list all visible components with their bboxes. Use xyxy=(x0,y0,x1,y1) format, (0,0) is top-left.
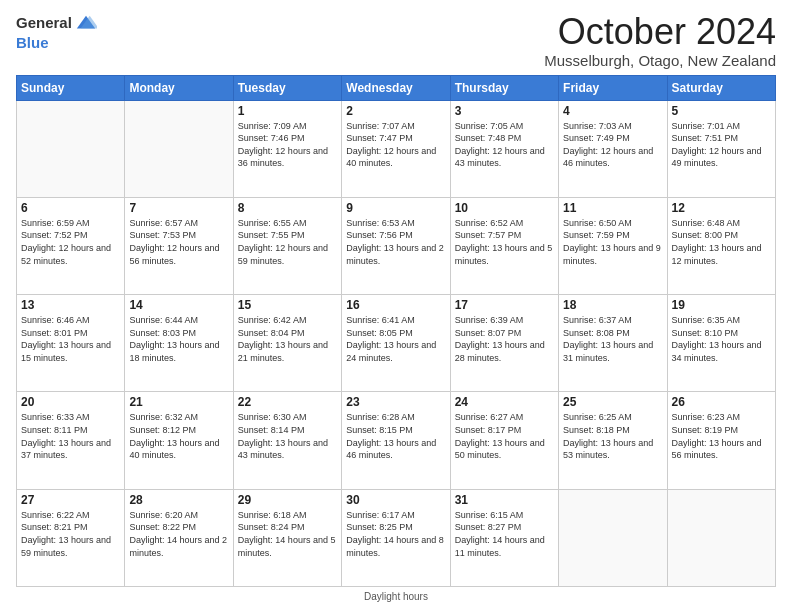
day-number: 4 xyxy=(563,104,662,118)
day-info: Sunrise: 6:27 AMSunset: 8:17 PMDaylight:… xyxy=(455,411,554,461)
logo-blue: Blue xyxy=(16,34,49,51)
day-number: 14 xyxy=(129,298,228,312)
day-info: Sunrise: 6:44 AMSunset: 8:03 PMDaylight:… xyxy=(129,314,228,364)
day-info: Sunrise: 6:57 AMSunset: 7:53 PMDaylight:… xyxy=(129,217,228,267)
day-number: 25 xyxy=(563,395,662,409)
day-number: 11 xyxy=(563,201,662,215)
calendar-cell: 21Sunrise: 6:32 AMSunset: 8:12 PMDayligh… xyxy=(125,392,233,489)
day-number: 6 xyxy=(21,201,120,215)
calendar-header-row: SundayMondayTuesdayWednesdayThursdayFrid… xyxy=(17,75,776,100)
day-info: Sunrise: 6:37 AMSunset: 8:08 PMDaylight:… xyxy=(563,314,662,364)
calendar-week-4: 20Sunrise: 6:33 AMSunset: 8:11 PMDayligh… xyxy=(17,392,776,489)
day-info: Sunrise: 7:09 AMSunset: 7:46 PMDaylight:… xyxy=(238,120,337,170)
day-number: 7 xyxy=(129,201,228,215)
day-number: 27 xyxy=(21,493,120,507)
day-number: 29 xyxy=(238,493,337,507)
calendar-header-sunday: Sunday xyxy=(17,75,125,100)
day-info: Sunrise: 6:20 AMSunset: 8:22 PMDaylight:… xyxy=(129,509,228,559)
day-number: 17 xyxy=(455,298,554,312)
day-number: 13 xyxy=(21,298,120,312)
day-number: 2 xyxy=(346,104,445,118)
day-info: Sunrise: 6:41 AMSunset: 8:05 PMDaylight:… xyxy=(346,314,445,364)
day-info: Sunrise: 6:50 AMSunset: 7:59 PMDaylight:… xyxy=(563,217,662,267)
calendar: SundayMondayTuesdayWednesdayThursdayFrid… xyxy=(16,75,776,587)
day-info: Sunrise: 7:03 AMSunset: 7:49 PMDaylight:… xyxy=(563,120,662,170)
day-number: 20 xyxy=(21,395,120,409)
calendar-cell: 3Sunrise: 7:05 AMSunset: 7:48 PMDaylight… xyxy=(450,100,558,197)
header: General Blue October 2024 Musselburgh, O… xyxy=(16,12,776,69)
title-block: October 2024 Musselburgh, Otago, New Zea… xyxy=(544,12,776,69)
day-number: 21 xyxy=(129,395,228,409)
calendar-cell: 22Sunrise: 6:30 AMSunset: 8:14 PMDayligh… xyxy=(233,392,341,489)
calendar-cell: 25Sunrise: 6:25 AMSunset: 8:18 PMDayligh… xyxy=(559,392,667,489)
day-info: Sunrise: 6:33 AMSunset: 8:11 PMDaylight:… xyxy=(21,411,120,461)
day-number: 8 xyxy=(238,201,337,215)
calendar-cell: 7Sunrise: 6:57 AMSunset: 7:53 PMDaylight… xyxy=(125,197,233,294)
calendar-cell: 27Sunrise: 6:22 AMSunset: 8:21 PMDayligh… xyxy=(17,489,125,586)
location: Musselburgh, Otago, New Zealand xyxy=(544,52,776,69)
day-info: Sunrise: 7:01 AMSunset: 7:51 PMDaylight:… xyxy=(672,120,771,170)
day-number: 5 xyxy=(672,104,771,118)
calendar-body: 1Sunrise: 7:09 AMSunset: 7:46 PMDaylight… xyxy=(17,100,776,586)
calendar-cell: 16Sunrise: 6:41 AMSunset: 8:05 PMDayligh… xyxy=(342,295,450,392)
day-number: 26 xyxy=(672,395,771,409)
calendar-cell xyxy=(125,100,233,197)
day-info: Sunrise: 6:46 AMSunset: 8:01 PMDaylight:… xyxy=(21,314,120,364)
calendar-cell: 10Sunrise: 6:52 AMSunset: 7:57 PMDayligh… xyxy=(450,197,558,294)
day-number: 18 xyxy=(563,298,662,312)
day-number: 12 xyxy=(672,201,771,215)
calendar-header-friday: Friday xyxy=(559,75,667,100)
calendar-cell: 8Sunrise: 6:55 AMSunset: 7:55 PMDaylight… xyxy=(233,197,341,294)
calendar-cell: 30Sunrise: 6:17 AMSunset: 8:25 PMDayligh… xyxy=(342,489,450,586)
calendar-cell: 4Sunrise: 7:03 AMSunset: 7:49 PMDaylight… xyxy=(559,100,667,197)
calendar-cell xyxy=(667,489,775,586)
calendar-week-2: 6Sunrise: 6:59 AMSunset: 7:52 PMDaylight… xyxy=(17,197,776,294)
calendar-cell: 17Sunrise: 6:39 AMSunset: 8:07 PMDayligh… xyxy=(450,295,558,392)
calendar-cell: 23Sunrise: 6:28 AMSunset: 8:15 PMDayligh… xyxy=(342,392,450,489)
day-info: Sunrise: 6:39 AMSunset: 8:07 PMDaylight:… xyxy=(455,314,554,364)
calendar-cell: 19Sunrise: 6:35 AMSunset: 8:10 PMDayligh… xyxy=(667,295,775,392)
calendar-cell: 31Sunrise: 6:15 AMSunset: 8:27 PMDayligh… xyxy=(450,489,558,586)
calendar-cell: 26Sunrise: 6:23 AMSunset: 8:19 PMDayligh… xyxy=(667,392,775,489)
calendar-cell: 29Sunrise: 6:18 AMSunset: 8:24 PMDayligh… xyxy=(233,489,341,586)
day-info: Sunrise: 6:15 AMSunset: 8:27 PMDaylight:… xyxy=(455,509,554,559)
day-number: 30 xyxy=(346,493,445,507)
calendar-cell: 13Sunrise: 6:46 AMSunset: 8:01 PMDayligh… xyxy=(17,295,125,392)
day-number: 28 xyxy=(129,493,228,507)
day-number: 31 xyxy=(455,493,554,507)
calendar-cell: 9Sunrise: 6:53 AMSunset: 7:56 PMDaylight… xyxy=(342,197,450,294)
day-info: Sunrise: 6:17 AMSunset: 8:25 PMDaylight:… xyxy=(346,509,445,559)
calendar-cell: 20Sunrise: 6:33 AMSunset: 8:11 PMDayligh… xyxy=(17,392,125,489)
calendar-week-1: 1Sunrise: 7:09 AMSunset: 7:46 PMDaylight… xyxy=(17,100,776,197)
calendar-cell: 1Sunrise: 7:09 AMSunset: 7:46 PMDaylight… xyxy=(233,100,341,197)
day-info: Sunrise: 6:32 AMSunset: 8:12 PMDaylight:… xyxy=(129,411,228,461)
day-number: 10 xyxy=(455,201,554,215)
day-info: Sunrise: 7:05 AMSunset: 7:48 PMDaylight:… xyxy=(455,120,554,170)
day-number: 9 xyxy=(346,201,445,215)
day-info: Sunrise: 6:59 AMSunset: 7:52 PMDaylight:… xyxy=(21,217,120,267)
day-info: Sunrise: 6:18 AMSunset: 8:24 PMDaylight:… xyxy=(238,509,337,559)
calendar-week-5: 27Sunrise: 6:22 AMSunset: 8:21 PMDayligh… xyxy=(17,489,776,586)
day-info: Sunrise: 6:30 AMSunset: 8:14 PMDaylight:… xyxy=(238,411,337,461)
logo-icon xyxy=(75,12,97,34)
footer-note: Daylight hours xyxy=(16,591,776,602)
day-number: 1 xyxy=(238,104,337,118)
calendar-cell: 5Sunrise: 7:01 AMSunset: 7:51 PMDaylight… xyxy=(667,100,775,197)
calendar-cell: 24Sunrise: 6:27 AMSunset: 8:17 PMDayligh… xyxy=(450,392,558,489)
day-info: Sunrise: 6:22 AMSunset: 8:21 PMDaylight:… xyxy=(21,509,120,559)
day-info: Sunrise: 6:35 AMSunset: 8:10 PMDaylight:… xyxy=(672,314,771,364)
calendar-cell: 2Sunrise: 7:07 AMSunset: 7:47 PMDaylight… xyxy=(342,100,450,197)
calendar-week-3: 13Sunrise: 6:46 AMSunset: 8:01 PMDayligh… xyxy=(17,295,776,392)
day-number: 24 xyxy=(455,395,554,409)
day-info: Sunrise: 6:52 AMSunset: 7:57 PMDaylight:… xyxy=(455,217,554,267)
day-number: 16 xyxy=(346,298,445,312)
day-number: 3 xyxy=(455,104,554,118)
calendar-header-tuesday: Tuesday xyxy=(233,75,341,100)
calendar-header-thursday: Thursday xyxy=(450,75,558,100)
day-info: Sunrise: 6:55 AMSunset: 7:55 PMDaylight:… xyxy=(238,217,337,267)
day-number: 15 xyxy=(238,298,337,312)
day-info: Sunrise: 6:53 AMSunset: 7:56 PMDaylight:… xyxy=(346,217,445,267)
calendar-cell: 6Sunrise: 6:59 AMSunset: 7:52 PMDaylight… xyxy=(17,197,125,294)
day-info: Sunrise: 6:23 AMSunset: 8:19 PMDaylight:… xyxy=(672,411,771,461)
logo: General Blue xyxy=(16,12,97,52)
